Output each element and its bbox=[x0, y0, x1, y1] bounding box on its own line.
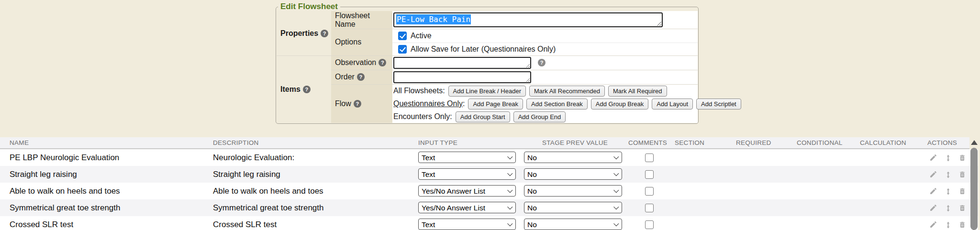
move-vertical-icon[interactable] bbox=[945, 153, 952, 162]
add-section-break-button[interactable]: Add Section Break bbox=[526, 99, 588, 110]
stage-prev-value-select[interactable]: No bbox=[524, 168, 622, 180]
input-type-select-wrap: Text bbox=[418, 152, 516, 163]
move-vertical-icon[interactable] bbox=[945, 187, 952, 196]
row-actions bbox=[929, 166, 966, 183]
option-row-allow-save: Allow Save for Later (Questionnaires Onl… bbox=[398, 43, 556, 55]
divider bbox=[331, 70, 698, 70]
flow-row-encounters-only: Encounters Only: Add Group Start Add Gro… bbox=[393, 110, 697, 123]
add-scriptlet-button[interactable]: Add Scriptlet bbox=[696, 99, 741, 110]
help-icon[interactable]: ? bbox=[321, 30, 328, 37]
flow-label-cell: Flow ? bbox=[331, 84, 392, 123]
flow-row-all-flowsheets: All Flowsheets: Add Line Break / Header … bbox=[393, 85, 697, 97]
stage-prev-value-select-wrap: No bbox=[524, 185, 622, 197]
comments-checkbox[interactable] bbox=[645, 153, 654, 162]
allow-save-checkbox[interactable] bbox=[398, 45, 407, 54]
input-type-select-wrap: Text bbox=[418, 168, 516, 180]
observation-label-cell: Observation ? bbox=[331, 55, 392, 70]
comments-checkbox[interactable] bbox=[645, 204, 654, 212]
order-input[interactable] bbox=[393, 71, 531, 83]
pencil-icon[interactable] bbox=[929, 220, 938, 229]
stage-prev-value-select[interactable]: No bbox=[524, 185, 622, 197]
input-type-select[interactable]: Text bbox=[418, 152, 516, 163]
trash-icon[interactable] bbox=[958, 170, 966, 179]
cell-description: Symmetrical great toe strength bbox=[213, 199, 323, 216]
stage-prev-value-select[interactable]: No bbox=[524, 219, 622, 230]
divider bbox=[277, 55, 698, 56]
resize-grip-icon[interactable] bbox=[656, 21, 661, 26]
stage-prev-value-select-wrap: No bbox=[524, 152, 622, 163]
order-label-cell: Order ? bbox=[331, 70, 392, 84]
cell-description: Able to walk on heels and toes bbox=[213, 183, 323, 199]
header-section: SECTION bbox=[675, 137, 704, 148]
active-checkbox-label: Active bbox=[411, 32, 432, 40]
header-calculation: CALCULATION bbox=[860, 137, 906, 148]
pencil-icon[interactable] bbox=[929, 153, 938, 162]
observation-input[interactable] bbox=[393, 57, 531, 69]
flowsheet-name-input[interactable]: PE-Low Back Pain bbox=[393, 12, 663, 27]
help-icon[interactable]: ? bbox=[354, 100, 361, 108]
header-input-type: INPUT TYPE bbox=[418, 137, 457, 148]
order-label: Order bbox=[335, 73, 355, 81]
mark-all-required-button[interactable]: Mark All Required bbox=[608, 86, 667, 97]
selected-text: PE-Low Back Pain bbox=[396, 14, 471, 24]
input-type-select[interactable]: Text bbox=[418, 168, 516, 180]
stage-prev-value-select-wrap: No bbox=[524, 168, 622, 180]
help-icon[interactable]: ? bbox=[303, 86, 311, 93]
option-row-active: Active bbox=[398, 29, 432, 43]
flow-label: Flow bbox=[335, 99, 351, 108]
input-type-select[interactable]: Yes/No Answer List bbox=[418, 202, 516, 213]
table-row: PE LBP Neurologic EvaluationNeurologic E… bbox=[0, 149, 980, 166]
move-vertical-icon[interactable] bbox=[945, 204, 952, 212]
table-row: Crossed SLR testCrossed SLR testTextNo bbox=[0, 216, 980, 230]
items-group-cell: Items ? bbox=[277, 55, 331, 123]
pencil-icon[interactable] bbox=[929, 204, 938, 212]
input-type-select[interactable]: Yes/No Answer List bbox=[418, 185, 516, 197]
trash-icon[interactable] bbox=[958, 187, 966, 196]
trash-icon[interactable] bbox=[958, 204, 966, 212]
stage-prev-value-select-wrap: No bbox=[524, 219, 622, 230]
add-group-start-button[interactable]: Add Group Start bbox=[456, 111, 510, 122]
help-icon[interactable]: ? bbox=[357, 73, 365, 81]
properties-group-label: Properties bbox=[280, 29, 318, 38]
header-required: REQUIRED bbox=[736, 137, 771, 148]
options-label: Options bbox=[335, 38, 361, 46]
comments-checkbox[interactable] bbox=[645, 170, 654, 179]
header-actions: ACTIONS bbox=[927, 137, 957, 148]
help-icon[interactable]: ? bbox=[538, 59, 546, 66]
encounters-only-label: Encounters Only: bbox=[393, 112, 452, 121]
cell-description: Straight leg raising bbox=[213, 166, 280, 183]
table-row: Symmetrical great toe strengthSymmetrica… bbox=[0, 199, 980, 216]
trash-icon[interactable] bbox=[958, 153, 966, 162]
scroll-up-icon[interactable] bbox=[971, 140, 978, 145]
cell-name: PE LBP Neurologic Evaluation bbox=[10, 149, 119, 166]
active-checkbox[interactable] bbox=[398, 32, 407, 40]
add-group-break-button[interactable]: Add Group Break bbox=[591, 99, 648, 110]
add-page-break-button[interactable]: Add Page Break bbox=[468, 99, 523, 110]
mark-all-recommended-button[interactable]: Mark All Recommended bbox=[529, 86, 605, 97]
pencil-icon[interactable] bbox=[929, 170, 938, 179]
pencil-icon[interactable] bbox=[929, 187, 938, 196]
move-vertical-icon[interactable] bbox=[945, 220, 952, 229]
comments-checkbox[interactable] bbox=[645, 187, 654, 196]
row-actions bbox=[929, 199, 966, 216]
stage-prev-value-select[interactable]: No bbox=[524, 202, 622, 213]
cell-description: Crossed SLR test bbox=[213, 216, 277, 230]
items-group-label: Items bbox=[280, 85, 301, 94]
table-row: Able to walk on heels and toesAble to wa… bbox=[0, 183, 980, 199]
input-type-select[interactable]: Text bbox=[418, 219, 516, 230]
all-flowsheets-label: All Flowsheets: bbox=[393, 87, 445, 95]
stage-prev-value-select-wrap: No bbox=[524, 202, 622, 213]
move-vertical-icon[interactable] bbox=[945, 170, 952, 179]
scrollbar-thumb[interactable] bbox=[970, 148, 978, 230]
comments-checkbox[interactable] bbox=[645, 220, 654, 229]
add-layout-button[interactable]: Add Layout bbox=[652, 99, 693, 110]
header-name: NAME bbox=[10, 137, 29, 148]
trash-icon[interactable] bbox=[958, 220, 966, 229]
stage-prev-value-select[interactable]: No bbox=[524, 152, 622, 163]
add-line-break-header-button[interactable]: Add Line Break / Header bbox=[448, 86, 526, 97]
help-icon[interactable]: ? bbox=[379, 59, 386, 66]
table-row: Straight leg raisingStraight leg raising… bbox=[0, 166, 980, 183]
table-header: NAME DESCRIPTION INPUT TYPE STAGE PREV V… bbox=[0, 137, 969, 149]
options-label-cell: Options bbox=[331, 29, 392, 55]
add-group-end-button[interactable]: Add Group End bbox=[513, 111, 566, 122]
